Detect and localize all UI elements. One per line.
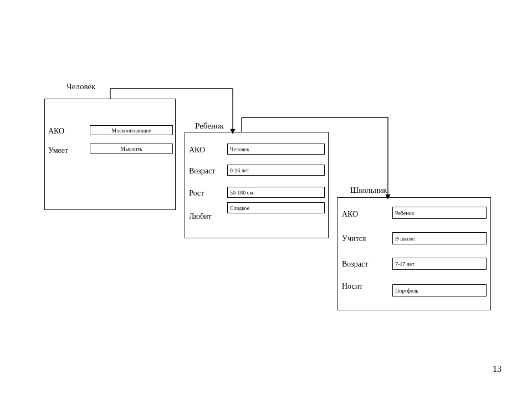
slot-label-pupil-age: Возраст [342, 260, 368, 269]
slot-value-pupil-wears: Портфель [392, 284, 487, 296]
slot-value-pupil-ako: Ребенок [392, 207, 487, 219]
slot-value-pupil-studies: В школе [392, 232, 487, 244]
page-number: 13 [493, 364, 502, 374]
slot-label-child-likes: Любит [189, 212, 212, 221]
slot-label-pupil-studies: Учится [342, 234, 366, 243]
slot-label-human-ako: АКО [48, 127, 64, 136]
slot-value-human-ako: Млекопитающее [90, 125, 173, 135]
slot-value-human-can: Мыслить [90, 144, 173, 154]
frame-title-human: Человек [66, 82, 95, 91]
slot-label-child-ako: АКО [189, 146, 205, 155]
slot-value-child-ako: Человек [227, 144, 325, 155]
frame-box-human: АКО Млекопитающее Умеет Мыслить [44, 99, 176, 210]
frame-title-child: Ребенок [195, 121, 224, 131]
diagram-stage: Человек АКО Млекопитающее Умеет Мыслить … [0, 0, 532, 399]
slot-value-child-age: 0-16 лет [227, 165, 325, 176]
slot-label-human-can: Умеет [48, 146, 68, 155]
frame-title-pupil: Школьник [350, 186, 387, 195]
slot-label-child-height: Рост [189, 189, 204, 198]
slot-label-pupil-wears: Носит [342, 282, 362, 291]
slot-value-pupil-age: 7-17 лет [392, 258, 487, 270]
frame-box-child: АКО Человек Возраст 0-16 лет Рост 50-180… [185, 132, 329, 238]
slot-label-child-age: Возраст [189, 167, 215, 176]
slot-value-child-likes: Сладкое [227, 202, 325, 213]
slot-value-child-height: 50-180 см [227, 187, 325, 198]
frame-box-pupil: АКО Ребенок Учится В школе Возраст 7-17 … [337, 197, 491, 310]
slot-label-pupil-ako: АКО [342, 210, 358, 219]
